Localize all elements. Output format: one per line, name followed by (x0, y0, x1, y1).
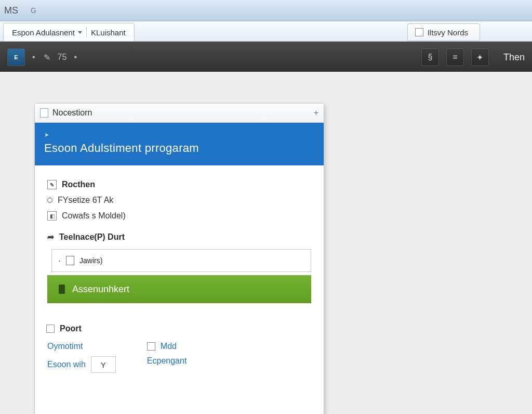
panel-header: Nocestiorn + (35, 104, 324, 123)
edit-square-icon: ✎ (47, 180, 57, 189)
dropdown-value: Jawirs) (79, 256, 102, 265)
dropdown-jawirs[interactable]: · Jawirs) (51, 249, 311, 272)
app-suffix: MS (4, 5, 18, 16)
tab-label: Iltsvy Nords (428, 28, 468, 37)
app-icon: E (14, 54, 18, 60)
workspace: Nocestiorn + Esoon Adulstiment prrogaram… (0, 72, 532, 414)
section-teelnace: Teelnace(P) Durt (47, 229, 311, 245)
input-esoon-value[interactable] (91, 356, 116, 373)
checkbox-icon (147, 342, 155, 351)
port-row-esoon: Esoon wih (47, 356, 116, 373)
square-icon: ◧ (47, 211, 57, 221)
panel-title: Nocestiorn (52, 108, 92, 118)
label-esoon-wih[interactable]: Esoon wih (47, 360, 86, 369)
toolbar-button-2[interactable]: ≡ (446, 48, 464, 66)
tab-strip: Espon Adulasnent KLuishant Iltsvy Nords (0, 21, 532, 42)
chevron-down-icon (78, 31, 82, 34)
bullet-icon[interactable] (32, 53, 36, 62)
link-ecpengant[interactable]: Ecpengant (147, 356, 187, 366)
main-toolbar: E 75 § ≡ ✦ Then (0, 42, 532, 73)
section-label: Poort (60, 324, 82, 333)
toolbar-right: § ≡ ✦ Then (421, 48, 525, 66)
dot-icon: · (58, 255, 61, 266)
port-links: Oymotimt Esoon wih Mdd Ecpengant (46, 342, 312, 373)
main-panel: Nocestiorn + Esoon Adulstiment prrogaram… (34, 103, 324, 414)
panel-banner: Esoon Adulstiment prrogaram (35, 123, 324, 165)
greenbar-assenunhkert[interactable]: Assenunhkert (47, 275, 311, 303)
link-oymotimt[interactable]: Oymotimt (47, 342, 116, 351)
toolbar-button-1[interactable]: § (421, 48, 439, 66)
banner-title: Esoon Adulstiment prrogaram (44, 141, 314, 155)
checkbox-icon (46, 325, 55, 333)
tab-epson-adjustment[interactable]: Espon Adulasnent KLuishant (3, 23, 135, 41)
arrow-icon (47, 232, 54, 242)
file-icon (66, 256, 74, 265)
row-item-1[interactable]: FYsetize 6T Ak (47, 192, 311, 208)
bullet-icon[interactable] (74, 53, 78, 62)
document-icon (40, 108, 48, 118)
radio-icon (47, 198, 52, 203)
titlebar-secondary: G (31, 6, 36, 15)
row-label: FYsetize 6T Ak (58, 196, 113, 205)
toolbar-left: E 75 (7, 48, 78, 66)
edit-icon[interactable] (44, 53, 50, 62)
section-port: Poort (46, 321, 312, 337)
tab-right[interactable]: Iltsvy Nords (407, 23, 480, 41)
section-label: Teelnace(P) Durt (59, 232, 125, 242)
greenbar-label: Assenunhkert (72, 284, 129, 295)
zoom-value[interactable]: 75 (58, 53, 67, 62)
banner-breadcrumb (44, 130, 314, 138)
page-icon (415, 28, 423, 36)
app-icon-button[interactable]: E (7, 48, 25, 66)
panel-body: ✎ Rocthen FYsetize 6T Ak ◧ Cowafs s Mold… (35, 165, 324, 303)
row-item-2[interactable]: ◧ Cowafs s Moldel) (47, 208, 311, 224)
section-label: Rocthen (62, 180, 95, 189)
link-mdd[interactable]: Mdd (161, 342, 177, 351)
window-titlebar: MS G (0, 0, 532, 21)
device-icon (59, 284, 65, 294)
port-col-2: Mdd Ecpengant (147, 342, 187, 373)
tab-divider (86, 27, 87, 37)
toolbar-button-3[interactable]: ✦ (471, 48, 489, 66)
panel-lower-section: Poort Oymotimt Esoon wih Mdd Ecpengant (35, 303, 324, 373)
expand-icon[interactable]: + (314, 108, 318, 118)
port-col-1: Oymotimt Esoon wih (47, 342, 116, 373)
toolbar-right-label: Then (503, 52, 525, 63)
tab-label: Espon Adulasnent (12, 28, 75, 37)
row-mdd: Mdd (147, 342, 187, 351)
row-label: Cowafs s Moldel) (62, 211, 126, 221)
section-rochten: ✎ Rocthen (47, 177, 311, 192)
tab-label: KLuishant (91, 28, 126, 37)
